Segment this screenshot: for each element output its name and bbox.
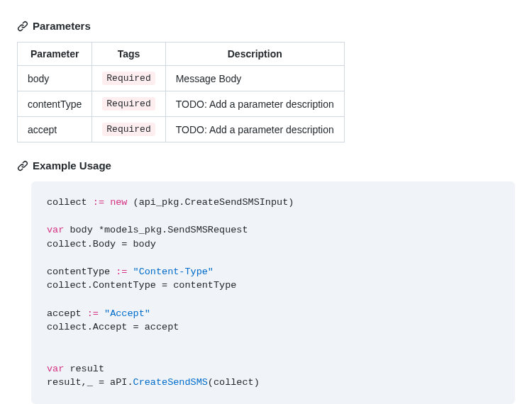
code-example: collect := new (api_pkg.CreateSendSMSInp… (31, 181, 515, 404)
link-icon[interactable] (17, 160, 28, 172)
param-name: body (18, 66, 92, 91)
code-text: body *models_pkg.SendSMSRequest (64, 225, 248, 235)
param-tags: Required (92, 66, 165, 91)
tag-required: Required (102, 123, 155, 136)
code-keyword: var (47, 364, 64, 374)
parameters-heading-text: Parameters (33, 20, 91, 32)
code-text: collect.Accept = accept (47, 322, 179, 332)
code-text: collect.ContentType = contentType (47, 280, 236, 291)
code-text: accept (47, 308, 87, 319)
code-text (127, 266, 133, 277)
code-keyword: var (47, 225, 64, 235)
param-tags: Required (92, 117, 165, 142)
code-keyword: new (110, 197, 127, 208)
code-text (104, 197, 110, 208)
param-name: contentType (18, 91, 92, 117)
link-icon[interactable] (17, 21, 28, 32)
code-string: "Content-Type" (133, 266, 214, 277)
param-desc: TODO: Add a parameter description (165, 91, 344, 117)
col-parameter: Parameter (18, 43, 92, 66)
code-op: := (87, 308, 99, 319)
code-string: "Accept" (104, 308, 150, 319)
code-text: (api_pkg.CreateSendSMSInput) (127, 197, 294, 208)
tag-required: Required (102, 97, 155, 111)
col-description: Description (165, 43, 344, 66)
parameters-heading: Parameters (17, 20, 515, 32)
example-usage-heading-text: Example Usage (33, 159, 111, 172)
code-op: := (93, 197, 104, 208)
parameters-table: Parameter Tags Description body Required… (17, 42, 345, 142)
code-text: (collect) (208, 377, 260, 388)
code-function: CreateSendSMS (133, 377, 208, 388)
code-text: result (64, 364, 104, 374)
code-text: contentType (47, 266, 116, 277)
col-tags: Tags (92, 43, 165, 66)
param-tags: Required (92, 91, 165, 117)
table-row: accept Required TODO: Add a parameter de… (18, 117, 345, 142)
code-text: collect.Body = body (47, 239, 156, 249)
tag-required: Required (102, 72, 155, 85)
code-text: collect (47, 197, 93, 208)
table-row: contentType Required TODO: Add a paramet… (18, 91, 345, 117)
code-text (99, 308, 104, 319)
table-row: body Required Message Body (18, 66, 345, 91)
param-name: accept (18, 117, 92, 142)
param-desc: Message Body (165, 66, 344, 91)
code-op: := (116, 266, 127, 277)
param-desc: TODO: Add a parameter description (165, 117, 344, 142)
code-text: result,_ = aPI. (47, 377, 133, 388)
example-usage-heading: Example Usage (17, 159, 515, 172)
